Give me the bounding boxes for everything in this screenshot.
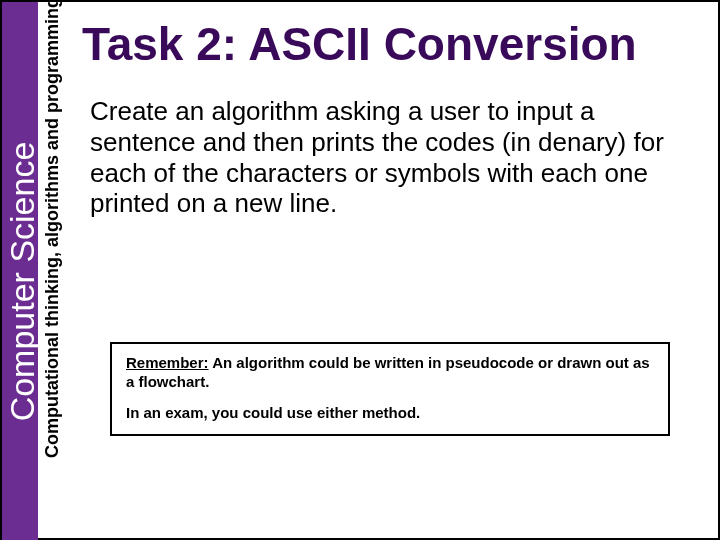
slide: Computer Science Computational thinking,… bbox=[0, 0, 720, 540]
remember-label: Remember: bbox=[126, 354, 209, 371]
sidebar-main-label: Computer Science bbox=[3, 32, 42, 532]
remember-line: Remember: An algorithm could be written … bbox=[126, 354, 654, 392]
task-description: Create an algorithm asking a user to inp… bbox=[82, 96, 698, 219]
exam-note: In an exam, you could use either method. bbox=[126, 404, 654, 423]
sidebar-sub-label: Computational thinking, algorithms and p… bbox=[42, 0, 63, 478]
slide-title: Task 2: ASCII Conversion bbox=[82, 20, 698, 68]
remember-callout: Remember: An algorithm could be written … bbox=[110, 342, 670, 436]
content-area: Task 2: ASCII Conversion Create an algor… bbox=[82, 20, 698, 219]
